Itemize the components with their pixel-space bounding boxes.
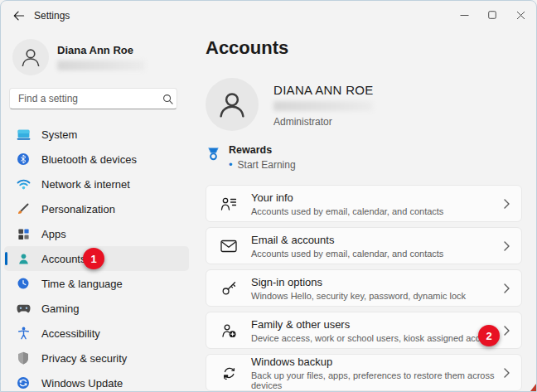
bullet-dot: • [229, 158, 233, 171]
settings-card-list: Your info Accounts used by email, calend… [206, 185, 522, 391]
sidebar-item-system[interactable]: System [4, 122, 189, 147]
your-info-icon [220, 196, 238, 211]
sidebar-item-personalization[interactable]: Personalization [4, 196, 189, 221]
rewards-medal-icon [206, 146, 222, 162]
bluetooth-icon [15, 152, 31, 166]
accounts-person-icon [15, 253, 31, 265]
card-title: Sign-in options [251, 276, 498, 288]
email-icon [220, 240, 238, 253]
avatar [12, 39, 49, 75]
sidebar-item-gaming[interactable]: Gaming [4, 296, 189, 321]
sidebar-item-label: Accessibility [41, 327, 100, 340]
update-sync-icon [15, 376, 31, 390]
card-subtitle: Back up your files, apps, preferences to… [251, 370, 498, 390]
card-title: Your info [251, 191, 498, 204]
annotation-step-2-badge: 2 [478, 325, 500, 346]
sidebar: Diana Ann Roe System Bluetooth & devices [1, 31, 193, 391]
annotation-step-1-badge: 1 [83, 248, 104, 269]
rewards-section: Rewards • Start Earning [206, 144, 522, 171]
paintbrush-icon [15, 202, 31, 215]
sidebar-item-apps[interactable]: Apps [4, 221, 189, 246]
search-input[interactable] [10, 93, 158, 104]
game-controller-icon [15, 304, 31, 313]
back-arrow-icon [12, 10, 25, 22]
card-title: Windows backup [251, 356, 498, 368]
card-title: Family & other users [251, 318, 498, 331]
chevron-right-icon [498, 199, 510, 209]
sidebar-item-bluetooth[interactable]: Bluetooth & devices [4, 147, 189, 172]
chevron-right-icon [498, 368, 510, 378]
rewards-start-earning-link[interactable]: • Start Earning [229, 158, 296, 171]
rewards-action-label: Start Earning [238, 159, 296, 171]
wifi-icon [15, 178, 31, 190]
minimize-button[interactable] [450, 1, 478, 29]
rewards-title: Rewards [229, 144, 296, 156]
chevron-right-icon [498, 283, 510, 293]
settings-window: { "window": { "title": "Settings" }, "si… [0, 0, 537, 392]
sidebar-item-label: Accounts [41, 253, 85, 265]
sidebar-item-label: Personalization [41, 203, 115, 215]
card-family-other-users[interactable]: Family & other users Device access, work… [206, 312, 522, 349]
card-windows-backup[interactable]: Windows backup Back up your files, apps,… [206, 354, 522, 391]
sidebar-user-profile: Diana Ann Roe [12, 39, 145, 75]
window-controls [450, 1, 535, 29]
accessibility-person-icon [15, 327, 31, 340]
redacted-email [273, 101, 373, 111]
sidebar-item-time-language[interactable]: Time & language [4, 271, 189, 296]
maximize-button[interactable] [478, 1, 506, 29]
shield-icon [15, 351, 31, 365]
card-sign-in-options[interactable]: Sign-in options Windows Hello, security … [206, 269, 522, 307]
window-title: Settings [34, 10, 70, 22]
account-profile: DIANA ANN ROE Administrator [206, 78, 522, 131]
card-subtitle: Device access, work or school users, kio… [251, 333, 498, 343]
clock-globe-icon [15, 277, 31, 290]
key-icon [220, 280, 238, 296]
sidebar-item-label: Gaming [41, 302, 80, 315]
sidebar-item-label: System [41, 128, 77, 141]
close-button[interactable] [506, 1, 535, 29]
sidebar-item-label: Bluetooth & devices [41, 153, 137, 166]
card-email-accounts[interactable]: Email & accounts Accounts used by email,… [206, 227, 522, 264]
titlebar: Settings [1, 1, 536, 31]
sidebar-item-label: Windows Update [41, 377, 123, 390]
redacted-email [57, 60, 145, 70]
chevron-right-icon [498, 326, 510, 336]
sidebar-item-network[interactable]: Network & internet [4, 172, 189, 196]
account-name: DIANA ANN ROE [273, 83, 374, 97]
backup-sync-icon [220, 365, 238, 380]
card-your-info[interactable]: Your info Accounts used by email, calend… [206, 185, 522, 222]
sidebar-item-accessibility[interactable]: Accessibility [4, 321, 189, 346]
sidebar-item-windows-update[interactable]: Windows Update [4, 370, 189, 392]
card-title: Email & accounts [251, 234, 498, 246]
avatar [206, 78, 259, 131]
card-subtitle: Windows Hello, security key, password, d… [251, 291, 498, 301]
card-subtitle: Accounts used by email, calendar, and co… [251, 206, 498, 216]
system-icon [15, 128, 31, 142]
apps-icon [15, 228, 31, 240]
sidebar-item-privacy[interactable]: Privacy & security [4, 346, 189, 370]
sidebar-item-label: Time & language [41, 278, 123, 290]
search-icon [158, 94, 177, 104]
search-box [9, 88, 177, 109]
sidebar-item-label: Privacy & security [41, 352, 127, 365]
account-role: Administrator [273, 116, 374, 128]
back-button[interactable] [7, 6, 29, 26]
card-subtitle: Accounts used by email, calendar, and co… [251, 249, 498, 259]
sidebar-item-label: Apps [41, 228, 66, 240]
page-title: Accounts [206, 37, 522, 59]
chevron-right-icon [498, 241, 510, 251]
sidebar-item-label: Network & internet [41, 178, 130, 191]
sidebar-user-name: Diana Ann Roe [57, 44, 145, 56]
person-add-icon [220, 323, 238, 338]
